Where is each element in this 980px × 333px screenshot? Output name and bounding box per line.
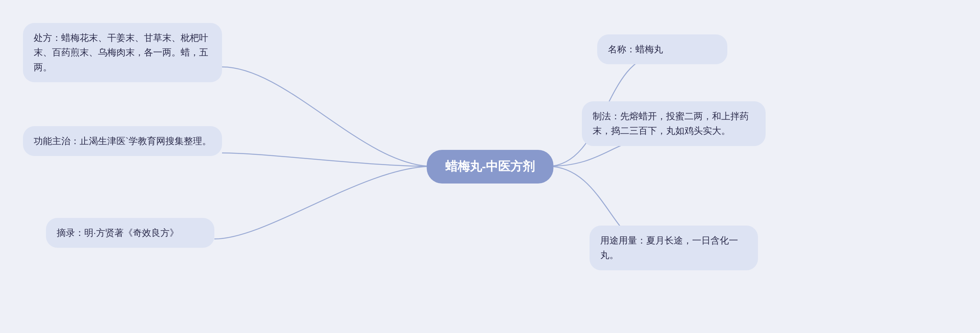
center-node: 蜡梅丸-中医方剂 — [427, 150, 554, 184]
node-function: 功能主治：止渴生津医`学教育网搜集整理。 — [23, 126, 222, 156]
node-prescription: 处方：蜡梅花末、干姜末、甘草末、枇杷叶末、百药煎末、乌梅肉末，各一两。蜡，五两。 — [23, 23, 222, 82]
node-usage: 用途用量：夏月长途，一日含化一丸。 — [590, 226, 758, 270]
node-name: 名称：蜡梅丸 — [597, 34, 727, 64]
node-excerpt: 摘录：明·方贤著《奇效良方》 — [46, 218, 214, 248]
mind-map: 蜡梅丸-中医方剂 处方：蜡梅花末、干姜末、甘草末、枇杷叶末、百药煎末、乌梅肉末，… — [0, 0, 980, 333]
node-method: 制法：先熔蜡开，投蜜二两，和上拌药末，捣二三百下，丸如鸡头实大。 — [582, 101, 766, 146]
